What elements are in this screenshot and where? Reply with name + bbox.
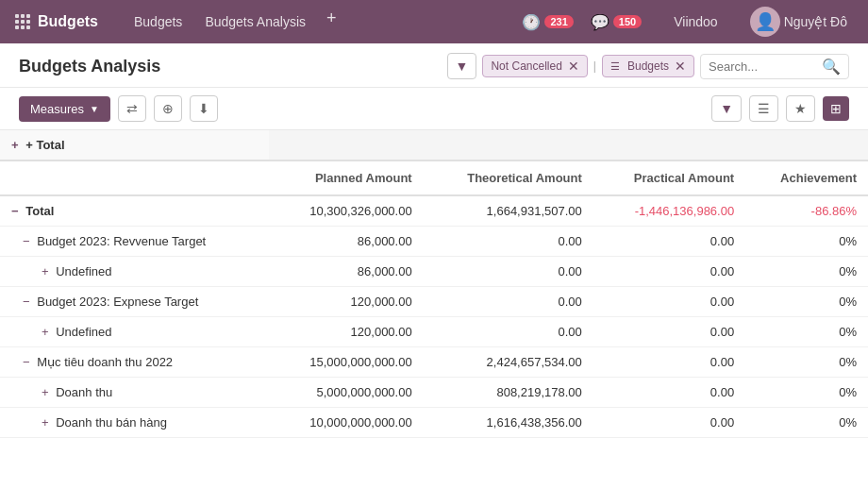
- expand-icon[interactable]: +: [42, 385, 52, 399]
- page-header-row: Budgets Analysis ▼ Not Cancelled ✕ | ☰ B…: [0, 43, 868, 88]
- total-label: + Total: [25, 138, 64, 152]
- expand-icon[interactable]: +: [42, 415, 52, 430]
- nav-budgets-analysis[interactable]: Budgets Analysis: [195, 8, 315, 35]
- practical-amount: 0.00: [593, 257, 745, 287]
- clock-icon: 🕐: [522, 13, 541, 31]
- theoretical-amount: 808,219,178.00: [424, 378, 593, 408]
- achievement: 0%: [745, 287, 868, 317]
- planned-amount: 86,000.00: [269, 257, 424, 287]
- company-name[interactable]: Viindoo: [666, 10, 725, 33]
- row-label: + Undefined: [0, 257, 269, 287]
- planned-amount: 15,000,000,000.00: [269, 347, 424, 378]
- grid-icon: [15, 14, 30, 29]
- total-expand-icon: +: [11, 138, 19, 152]
- chat-icon: 💬: [591, 13, 609, 31]
- top-navigation: Budgets Budgets Budgets Analysis + 🕐 231…: [0, 0, 868, 43]
- theoretical-amount: 1,664,931,507.00: [424, 195, 593, 227]
- table-row: + Undefined120,000.000.000.000%: [0, 317, 868, 347]
- practical-amount: 0.00: [593, 408, 745, 438]
- toolbar-left: Measures ▼ ⇄ ⊕ ⬇: [19, 95, 218, 122]
- search-box[interactable]: 🔍: [700, 54, 849, 79]
- col-header-achievement: Achievement: [745, 160, 868, 195]
- search-input[interactable]: [709, 59, 822, 74]
- main-nav-links: Budgets Budgets Analysis +: [125, 8, 344, 35]
- budgets-filter[interactable]: ☰ Budgets ✕: [602, 55, 694, 77]
- planned-amount: 120,000.00: [269, 287, 424, 317]
- toolbar: Measures ▼ ⇄ ⊕ ⬇ ▼ ☰ ★ ⊞: [0, 88, 868, 130]
- theoretical-amount: 0.00: [424, 317, 593, 347]
- expand-icon[interactable]: +: [42, 264, 52, 278]
- filter-button[interactable]: ▼: [447, 53, 477, 79]
- swap-button[interactable]: ⇄: [118, 95, 146, 122]
- table-container: + + Total Planned Amount Theoretical Amo…: [0, 130, 868, 438]
- toolbar-fav-button[interactable]: ★: [786, 95, 815, 122]
- collapse-icon[interactable]: −: [11, 204, 22, 218]
- not-cancelled-filter[interactable]: Not Cancelled ✕: [482, 55, 587, 77]
- theoretical-amount: 2,424,657,534.00: [424, 347, 593, 378]
- table-row: + Doanh thu5,000,000,000.00808,219,178.0…: [0, 378, 868, 408]
- total-header-cell: + + Total: [0, 130, 269, 160]
- search-icon[interactable]: 🔍: [822, 58, 841, 76]
- pivot-view-button[interactable]: ⊞: [823, 96, 849, 121]
- table-row: + Doanh thu bán hàng10,000,000,000.001,6…: [0, 408, 868, 438]
- column-headers: Planned Amount Theoretical Amount Practi…: [0, 160, 868, 195]
- achievement: 0%: [745, 257, 868, 287]
- activity-badge[interactable]: 🕐 231: [516, 9, 578, 35]
- budgets-remove[interactable]: ✕: [675, 59, 686, 74]
- not-cancelled-remove[interactable]: ✕: [568, 59, 579, 74]
- theoretical-amount: 0.00: [424, 287, 593, 317]
- planned-amount: 5,000,000,000.00: [269, 378, 424, 408]
- planned-amount: 10,000,000,000.00: [269, 408, 424, 438]
- collapse-icon[interactable]: −: [23, 295, 33, 309]
- nav-add-button[interactable]: +: [319, 8, 344, 35]
- col-header-planned: Planned Amount: [269, 160, 424, 195]
- user-avatar: 👤: [750, 7, 780, 37]
- row-label: + Undefined: [0, 317, 269, 347]
- practical-amount: 0.00: [593, 227, 745, 257]
- app-title: Budgets: [38, 13, 98, 30]
- measures-caret: ▼: [90, 104, 99, 114]
- filter-separator: |: [593, 59, 596, 73]
- practical-amount: 0.00: [593, 378, 745, 408]
- col-header-label: [0, 160, 269, 195]
- row-label: − Total: [0, 195, 269, 227]
- planned-amount: 10,300,326,000.00: [269, 195, 424, 227]
- filter-bar: ▼ Not Cancelled ✕ | ☰ Budgets ✕ 🔍: [447, 53, 849, 79]
- achievement: 0%: [745, 408, 868, 438]
- app-logo[interactable]: Budgets: [15, 13, 98, 30]
- toolbar-filter-button[interactable]: ▼: [711, 95, 742, 122]
- practical-amount: 0.00: [593, 347, 745, 378]
- user-menu[interactable]: 👤 Nguyệt Đô: [744, 3, 853, 41]
- expand-icon[interactable]: +: [42, 325, 52, 339]
- theoretical-amount: 0.00: [424, 227, 593, 257]
- col-header-practical: Practical Amount: [593, 160, 745, 195]
- page-title: Budgets Analysis: [19, 57, 160, 76]
- row-label: − Mục tiêu doanh thu 2022: [0, 347, 269, 378]
- row-label: + Doanh thu: [0, 378, 269, 408]
- table-row: − Mục tiêu doanh thu 202215,000,000,000.…: [0, 347, 868, 378]
- achievement: 0%: [745, 317, 868, 347]
- practical-amount: 0.00: [593, 317, 745, 347]
- col-header-theoretical: Theoretical Amount: [424, 160, 593, 195]
- toolbar-group-button[interactable]: ☰: [749, 95, 778, 122]
- expand-button[interactable]: ⊕: [154, 95, 182, 122]
- row-label: − Budget 2023: Expnese Target: [0, 287, 269, 317]
- practical-amount: -1,446,136,986.00: [593, 195, 745, 227]
- download-button[interactable]: ⬇: [190, 95, 218, 122]
- measures-button[interactable]: Measures ▼: [19, 96, 110, 122]
- planned-amount: 86,000.00: [269, 227, 424, 257]
- nav-budgets[interactable]: Budgets: [125, 8, 192, 35]
- planned-amount: 120,000.00: [269, 317, 424, 347]
- toolbar-right: ▼ ☰ ★ ⊞: [711, 95, 849, 122]
- collapse-icon[interactable]: −: [23, 234, 33, 248]
- achievement: -86.86%: [745, 195, 868, 227]
- table-row: − Budget 2023: Expnese Target120,000.000…: [0, 287, 868, 317]
- header-controls: ▼ Not Cancelled ✕ | ☰ Budgets ✕ 🔍: [447, 53, 849, 79]
- row-label: + Doanh thu bán hàng: [0, 408, 269, 438]
- collapse-icon[interactable]: −: [23, 355, 33, 369]
- table-row: − Budget 2023: Revvenue Target86,000.000…: [0, 227, 868, 257]
- username: Nguyệt Đô: [784, 14, 847, 29]
- budgets-label: Budgets: [627, 59, 669, 73]
- not-cancelled-label: Not Cancelled: [491, 59, 561, 73]
- message-badge[interactable]: 💬 150: [585, 9, 647, 35]
